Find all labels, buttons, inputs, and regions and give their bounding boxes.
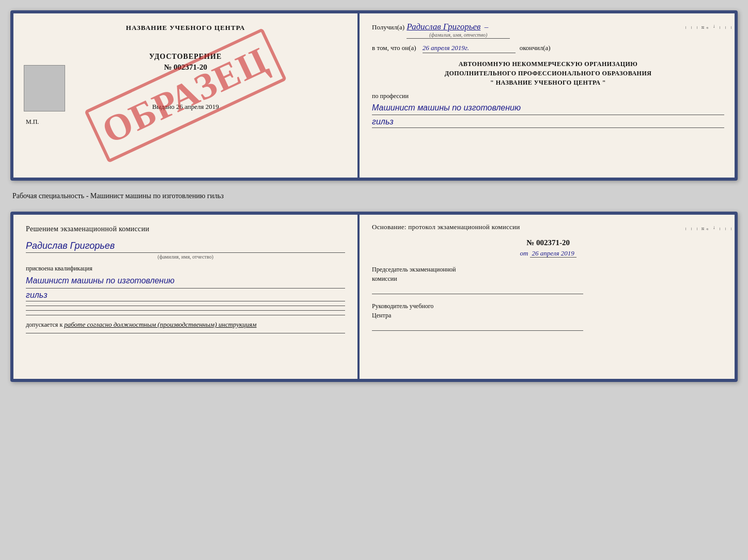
finished-label: окончил(а) <box>520 44 551 52</box>
received-label: Получил(а) <box>372 23 404 31</box>
org-line2: ДОПОЛНИТЕЛЬНОГО ПРОФЕССИОНАЛЬНОГО ОБРАЗО… <box>372 69 724 78</box>
in-that-line: в том, что он(а) 26 апреля 2019г. окончи… <box>372 44 724 53</box>
separator-text: Рабочая специальность - Машинист машины … <box>10 190 738 202</box>
qual-value2: гильз <box>26 291 345 301</box>
received-name-text: Радислав Григорьев <box>407 22 480 31</box>
head-signature-line <box>372 330 583 331</box>
issued-date: 26 апреля 2019 <box>176 103 219 110</box>
bottom-right-panel: Основание: протокол экзаменационной коми… <box>360 215 735 379</box>
protocol-date-value: 26 апреля 2019 <box>530 249 576 258</box>
page-wrapper: НАЗВАНИЕ УЧЕБНОГО ЦЕНТРА ОБРАЗЕЦ УДОСТОВ… <box>10 10 738 382</box>
head-label2: Центра <box>372 312 391 319</box>
chairman-label1: Председатель экзаменационной <box>372 266 456 273</box>
profession-value2: гильз <box>372 117 724 128</box>
basis-title: Основание: протокол экзаменационной коми… <box>372 223 724 231</box>
protocol-date-prefix: от <box>520 249 528 257</box>
top-left-panel: НАЗВАНИЕ УЧЕБНОГО ЦЕНТРА ОБРАЗЕЦ УДОСТОВ… <box>13 13 360 178</box>
blank-line-2 <box>26 310 345 311</box>
top-diploma-book: НАЗВАНИЕ УЧЕБНОГО ЦЕНТРА ОБРАЗЕЦ УДОСТОВ… <box>10 10 738 181</box>
top-right-panel: Получил(а) Радислав Григорьев – (фамилия… <box>360 13 735 178</box>
in-that-date: 26 апреля 2019г. <box>423 44 516 53</box>
chairman-signature-line <box>372 294 583 294</box>
cert-issued: Выдано 26 апреля 2019 <box>26 103 345 111</box>
org-line3: " НАЗВАНИЕ УЧЕБНОГО ЦЕНТРА " <box>372 78 724 87</box>
received-name: Радислав Григорьев – (фамилия, имя, отче… <box>407 22 510 39</box>
allowed-label-text: допускается к <box>26 321 63 328</box>
bottom-right-decoration: –––иᵃ←––– <box>725 215 735 379</box>
protocol-date: от 26 апреля 2019 <box>372 249 724 258</box>
head-label1: Руководитель учебного <box>372 302 433 310</box>
blank-line-4 <box>26 333 345 333</box>
allowed-label: допускается к работе согласно должностны… <box>26 321 345 329</box>
top-left-header: НАЗВАНИЕ УЧЕБНОГО ЦЕНТРА <box>26 24 345 32</box>
bottom-deco-letters: –––иᵃ←––– <box>682 225 734 230</box>
chairman-label: Председатель экзаменационной комиссии <box>372 265 724 283</box>
assigned-label: присвоена квалификация <box>26 265 345 273</box>
issued-label: Выдано <box>152 103 174 110</box>
received-line: Получил(а) Радислав Григорьев – (фамилия… <box>372 22 724 39</box>
head-label: Руководитель учебного Центра <box>372 301 724 320</box>
bottom-diploma-book: Решением экзаменационной комиссии Радисл… <box>10 212 738 382</box>
watermark-text: ОБРАЗЕЦ <box>84 28 287 163</box>
blank-line-1 <box>26 306 345 306</box>
bottom-title: Решением экзаменационной комиссии <box>26 225 345 233</box>
photo-box <box>24 65 65 111</box>
right-decoration: –––иᵃ←––– <box>725 13 735 178</box>
org-block: АВТОНОМНУЮ НЕКОММЕРЧЕСКУЮ ОРГАНИЗАЦИЮ ДО… <box>372 59 724 87</box>
profession-value1: Машинист машины по изготовлению <box>372 102 724 115</box>
cert-number: № 002371-20 <box>26 63 345 72</box>
blank-line-3 <box>26 315 345 315</box>
bottom-left-panel: Решением экзаменационной комиссии Радисл… <box>13 215 360 379</box>
chairman-block: Председатель экзаменационной комиссии <box>372 265 724 294</box>
org-line1: АВТОНОМНУЮ НЕКОММЕРЧЕСКУЮ ОРГАНИЗАЦИЮ <box>372 59 724 69</box>
in-that-label: в том, что он(а) <box>372 44 416 52</box>
chairman-label2: комиссии <box>372 275 397 282</box>
mp-label: М.П. <box>26 118 345 126</box>
bottom-name-sub: (фамилия, имя, отчество) <box>26 254 345 260</box>
head-block: Руководитель учебного Центра <box>372 301 724 331</box>
name-sublabel: (фамилия, имя, отчество) <box>407 32 510 38</box>
allowed-value: работе согласно должностным (производств… <box>64 321 256 328</box>
deco-letters: –––иᵃ←––– <box>682 24 734 29</box>
qual-value1: Машинист машины по изготовлению <box>26 275 345 289</box>
profession-label: по профессии <box>372 92 724 100</box>
cert-label: УДОСТОВЕРЕНИЕ <box>26 53 345 61</box>
protocol-number: № 002371-20 <box>372 238 724 247</box>
bottom-name: Радислав Григорьев <box>26 241 345 253</box>
